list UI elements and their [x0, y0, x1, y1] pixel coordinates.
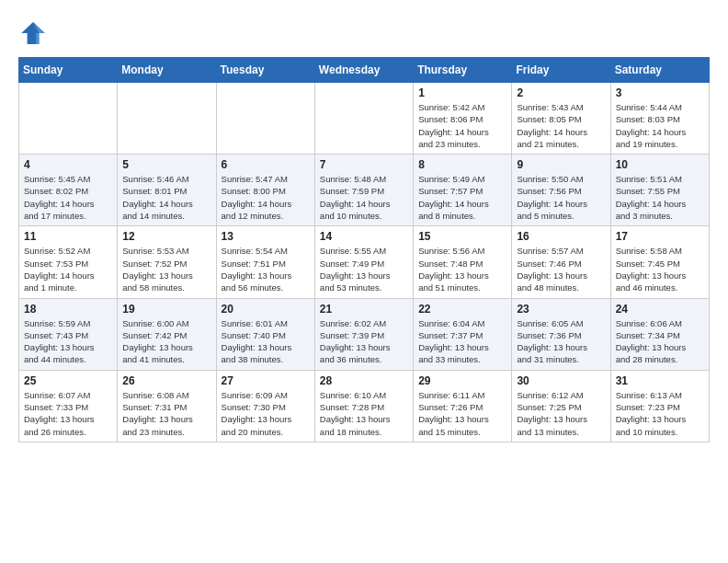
day-info: Sunrise: 6:04 AM Sunset: 7:37 PM Dayligh… — [418, 317, 506, 366]
day-info: Sunrise: 6:12 AM Sunset: 7:25 PM Dayligh… — [517, 389, 605, 438]
logo — [18, 18, 51, 48]
calendar-cell — [216, 83, 314, 155]
day-number: 14 — [320, 230, 408, 243]
day-number: 2 — [517, 86, 605, 99]
day-number: 19 — [122, 303, 210, 316]
day-info: Sunrise: 6:07 AM Sunset: 7:33 PM Dayligh… — [24, 389, 112, 438]
calendar-cell: 23Sunrise: 6:05 AM Sunset: 7:36 PM Dayli… — [512, 298, 610, 370]
day-header-monday: Monday — [118, 58, 216, 83]
day-info: Sunrise: 5:50 AM Sunset: 7:56 PM Dayligh… — [517, 173, 605, 222]
week-row-2: 4Sunrise: 5:45 AM Sunset: 8:02 PM Daylig… — [19, 155, 710, 226]
day-number: 28 — [320, 374, 408, 387]
calendar-cell: 27Sunrise: 6:09 AM Sunset: 7:30 PM Dayli… — [216, 370, 314, 442]
calendar-cell: 22Sunrise: 6:04 AM Sunset: 7:37 PM Dayli… — [414, 298, 512, 370]
week-row-5: 25Sunrise: 6:07 AM Sunset: 7:33 PM Dayli… — [19, 370, 710, 442]
day-info: Sunrise: 6:01 AM Sunset: 7:40 PM Dayligh… — [222, 317, 310, 366]
day-info: Sunrise: 6:11 AM Sunset: 7:26 PM Dayligh… — [418, 389, 506, 438]
day-info: Sunrise: 6:05 AM Sunset: 7:36 PM Dayligh… — [517, 317, 605, 366]
day-info: Sunrise: 6:02 AM Sunset: 7:39 PM Dayligh… — [320, 317, 408, 366]
calendar-cell: 13Sunrise: 5:54 AM Sunset: 7:51 PM Dayli… — [216, 226, 314, 298]
day-info: Sunrise: 5:46 AM Sunset: 8:01 PM Dayligh… — [122, 173, 210, 222]
calendar-cell: 25Sunrise: 6:07 AM Sunset: 7:33 PM Dayli… — [19, 370, 118, 442]
day-number: 8 — [418, 158, 506, 171]
calendar-cell — [19, 83, 118, 155]
day-number: 9 — [517, 158, 605, 171]
calendar-cell: 6Sunrise: 5:47 AM Sunset: 8:00 PM Daylig… — [216, 155, 314, 226]
day-info: Sunrise: 5:45 AM Sunset: 8:02 PM Dayligh… — [24, 173, 112, 222]
calendar-cell — [118, 83, 216, 155]
day-info: Sunrise: 6:13 AM Sunset: 7:23 PM Dayligh… — [616, 389, 704, 438]
day-number: 18 — [24, 303, 112, 316]
calendar-cell: 8Sunrise: 5:49 AM Sunset: 7:57 PM Daylig… — [414, 155, 512, 226]
day-number: 15 — [418, 230, 506, 243]
day-info: Sunrise: 5:51 AM Sunset: 7:55 PM Dayligh… — [616, 173, 704, 222]
day-number: 30 — [517, 374, 605, 387]
day-header-friday: Friday — [512, 58, 610, 83]
calendar-cell: 16Sunrise: 5:57 AM Sunset: 7:46 PM Dayli… — [512, 226, 610, 298]
calendar-cell: 11Sunrise: 5:52 AM Sunset: 7:53 PM Dayli… — [19, 226, 118, 298]
calendar-cell: 4Sunrise: 5:45 AM Sunset: 8:02 PM Daylig… — [19, 155, 118, 226]
day-number: 3 — [616, 86, 704, 99]
day-number: 21 — [320, 303, 408, 316]
calendar-cell: 2Sunrise: 5:43 AM Sunset: 8:05 PM Daylig… — [512, 83, 610, 155]
day-header-tuesday: Tuesday — [216, 58, 314, 83]
calendar-cell: 15Sunrise: 5:56 AM Sunset: 7:48 PM Dayli… — [414, 226, 512, 298]
page-header — [18, 18, 710, 48]
day-info: Sunrise: 5:58 AM Sunset: 7:45 PM Dayligh… — [616, 245, 704, 293]
day-number: 24 — [616, 303, 704, 316]
calendar-cell: 30Sunrise: 6:12 AM Sunset: 7:25 PM Dayli… — [512, 370, 610, 442]
day-info: Sunrise: 5:56 AM Sunset: 7:48 PM Dayligh… — [418, 245, 506, 293]
day-info: Sunrise: 5:47 AM Sunset: 8:00 PM Dayligh… — [222, 173, 310, 222]
calendar-cell: 20Sunrise: 6:01 AM Sunset: 7:40 PM Dayli… — [216, 298, 314, 370]
calendar-header-row: SundayMondayTuesdayWednesdayThursdayFrid… — [19, 58, 710, 83]
calendar-cell: 18Sunrise: 5:59 AM Sunset: 7:43 PM Dayli… — [19, 298, 118, 370]
day-number: 4 — [24, 158, 112, 171]
day-number: 20 — [222, 303, 310, 316]
day-header-thursday: Thursday — [414, 58, 512, 83]
day-info: Sunrise: 5:42 AM Sunset: 8:06 PM Dayligh… — [418, 101, 506, 150]
day-header-saturday: Saturday — [610, 58, 709, 83]
day-info: Sunrise: 5:49 AM Sunset: 7:57 PM Dayligh… — [418, 173, 506, 222]
day-header-sunday: Sunday — [19, 58, 118, 83]
day-number: 29 — [418, 374, 506, 387]
day-number: 27 — [222, 374, 310, 387]
day-number: 25 — [24, 374, 112, 387]
day-info: Sunrise: 6:06 AM Sunset: 7:34 PM Dayligh… — [616, 317, 704, 366]
calendar-cell: 21Sunrise: 6:02 AM Sunset: 7:39 PM Dayli… — [314, 298, 413, 370]
calendar-cell: 9Sunrise: 5:50 AM Sunset: 7:56 PM Daylig… — [512, 155, 610, 226]
day-info: Sunrise: 5:59 AM Sunset: 7:43 PM Dayligh… — [24, 317, 112, 366]
day-header-wednesday: Wednesday — [314, 58, 413, 83]
week-row-1: 1Sunrise: 5:42 AM Sunset: 8:06 PM Daylig… — [19, 83, 710, 155]
calendar-cell: 10Sunrise: 5:51 AM Sunset: 7:55 PM Dayli… — [610, 155, 709, 226]
calendar-cell: 12Sunrise: 5:53 AM Sunset: 7:52 PM Dayli… — [118, 226, 216, 298]
day-info: Sunrise: 5:55 AM Sunset: 7:49 PM Dayligh… — [320, 245, 408, 293]
calendar-cell — [314, 83, 413, 155]
day-info: Sunrise: 5:44 AM Sunset: 8:03 PM Dayligh… — [616, 101, 704, 150]
day-info: Sunrise: 5:57 AM Sunset: 7:46 PM Dayligh… — [517, 245, 605, 293]
calendar-cell: 24Sunrise: 6:06 AM Sunset: 7:34 PM Dayli… — [610, 298, 709, 370]
calendar-cell: 29Sunrise: 6:11 AM Sunset: 7:26 PM Dayli… — [414, 370, 512, 442]
calendar-table: SundayMondayTuesdayWednesdayThursdayFrid… — [18, 57, 710, 442]
day-info: Sunrise: 5:54 AM Sunset: 7:51 PM Dayligh… — [222, 245, 310, 293]
day-number: 16 — [517, 230, 605, 243]
calendar-cell: 26Sunrise: 6:08 AM Sunset: 7:31 PM Dayli… — [118, 370, 216, 442]
day-number: 23 — [517, 303, 605, 316]
day-number: 1 — [418, 86, 506, 99]
calendar-cell: 19Sunrise: 6:00 AM Sunset: 7:42 PM Dayli… — [118, 298, 216, 370]
day-info: Sunrise: 6:00 AM Sunset: 7:42 PM Dayligh… — [122, 317, 210, 366]
day-number: 7 — [320, 158, 408, 171]
calendar-cell: 1Sunrise: 5:42 AM Sunset: 8:06 PM Daylig… — [414, 83, 512, 155]
week-row-3: 11Sunrise: 5:52 AM Sunset: 7:53 PM Dayli… — [19, 226, 710, 298]
day-info: Sunrise: 5:52 AM Sunset: 7:53 PM Dayligh… — [24, 245, 112, 293]
day-number: 26 — [122, 374, 210, 387]
logo-icon — [18, 18, 48, 48]
calendar-cell: 14Sunrise: 5:55 AM Sunset: 7:49 PM Dayli… — [314, 226, 413, 298]
calendar-cell: 17Sunrise: 5:58 AM Sunset: 7:45 PM Dayli… — [610, 226, 709, 298]
day-number: 13 — [222, 230, 310, 243]
day-info: Sunrise: 6:10 AM Sunset: 7:28 PM Dayligh… — [320, 389, 408, 438]
calendar-cell: 7Sunrise: 5:48 AM Sunset: 7:59 PM Daylig… — [314, 155, 413, 226]
calendar-cell: 28Sunrise: 6:10 AM Sunset: 7:28 PM Dayli… — [314, 370, 413, 442]
calendar-cell: 31Sunrise: 6:13 AM Sunset: 7:23 PM Dayli… — [610, 370, 709, 442]
day-info: Sunrise: 6:09 AM Sunset: 7:30 PM Dayligh… — [222, 389, 310, 438]
day-number: 5 — [122, 158, 210, 171]
